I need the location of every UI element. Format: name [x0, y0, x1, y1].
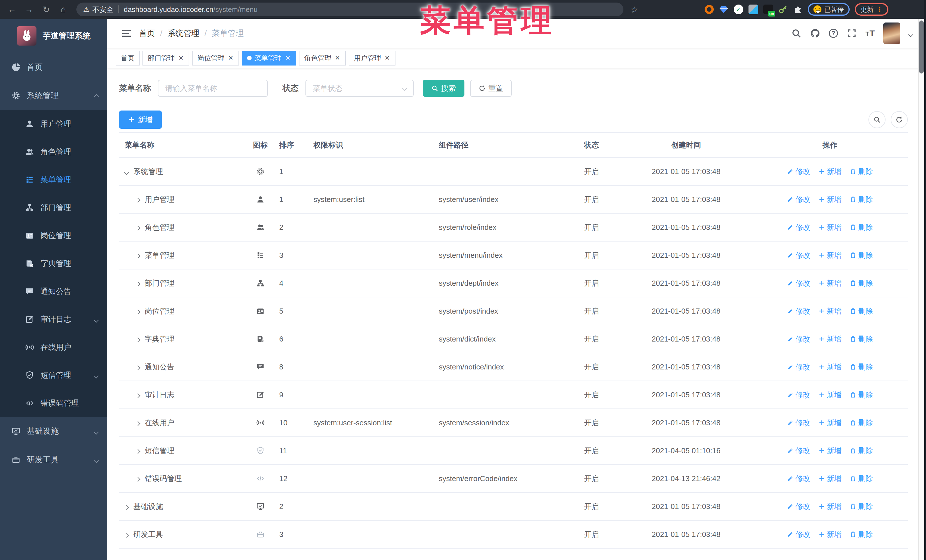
expand-arrow-icon[interactable]: [136, 335, 139, 344]
add-child-link[interactable]: 新增: [818, 362, 842, 372]
browser-forward-icon[interactable]: →: [23, 3, 35, 16]
edit-link[interactable]: 修改: [787, 306, 810, 316]
browser-reload-icon[interactable]: ↻: [40, 3, 53, 16]
expand-arrow-icon[interactable]: [136, 307, 139, 315]
sidebar-item[interactable]: 错误码管理: [0, 389, 107, 417]
sidebar-item[interactable]: 在线用户: [0, 333, 107, 361]
add-child-link[interactable]: 新增: [818, 474, 842, 484]
edit-link[interactable]: 修改: [787, 334, 810, 344]
expand-arrow-icon[interactable]: [136, 391, 139, 399]
delete-link[interactable]: 删除: [850, 418, 873, 428]
tab-close-icon[interactable]: ✕: [284, 54, 291, 62]
tab[interactable]: 部门管理 ✕: [142, 51, 189, 65]
sidebar-item[interactable]: 岗位管理: [0, 222, 107, 249]
add-child-link[interactable]: 新增: [818, 251, 842, 260]
edit-link[interactable]: 修改: [787, 530, 810, 539]
expand-arrow-icon[interactable]: [136, 223, 139, 232]
tab-close-icon[interactable]: ✕: [178, 54, 184, 62]
reset-button[interactable]: 重置: [470, 80, 512, 97]
add-child-link[interactable]: 新增: [818, 167, 842, 177]
add-child-link[interactable]: 新增: [818, 390, 842, 400]
expand-arrow-icon[interactable]: [136, 446, 139, 455]
sidebar-item[interactable]: 字典管理: [0, 249, 107, 278]
delete-link[interactable]: 删除: [850, 530, 873, 539]
expand-arrow-icon[interactable]: [136, 195, 139, 204]
add-child-link[interactable]: 新增: [818, 306, 842, 316]
add-child-link[interactable]: 新增: [818, 334, 842, 344]
edit-link[interactable]: 修改: [787, 390, 810, 400]
add-child-link[interactable]: 新增: [818, 418, 842, 428]
hamburger-icon[interactable]: [121, 28, 132, 39]
delete-link[interactable]: 删除: [850, 446, 873, 456]
expand-arrow-icon[interactable]: [136, 474, 139, 483]
extension-key-icon[interactable]: [778, 5, 788, 14]
edit-link[interactable]: 修改: [787, 222, 810, 232]
browser-back-icon[interactable]: ←: [6, 3, 18, 16]
add-child-link[interactable]: 新增: [818, 195, 842, 205]
scrollbar-thumb[interactable]: [919, 21, 924, 74]
browser-home-icon[interactable]: ⌂: [57, 3, 70, 16]
help-icon[interactable]: ?: [829, 29, 838, 38]
tab-close-icon[interactable]: ✕: [384, 54, 390, 62]
delete-link[interactable]: 删除: [850, 167, 873, 177]
avatar[interactable]: [883, 23, 900, 44]
breadcrumb-home[interactable]: 首页: [139, 28, 155, 39]
edit-link[interactable]: 修改: [787, 167, 810, 177]
delete-link[interactable]: 删除: [850, 195, 873, 205]
extension-gem-icon[interactable]: [719, 5, 729, 14]
sidebar-item[interactable]: 系统管理: [0, 82, 107, 110]
tab[interactable]: 角色管理 ✕: [299, 51, 346, 65]
sidebar-item[interactable]: 研发工具: [0, 445, 107, 474]
expand-arrow-icon[interactable]: [125, 502, 128, 511]
delete-link[interactable]: 删除: [850, 474, 873, 484]
add-child-link[interactable]: 新增: [818, 446, 842, 456]
sidebar-item[interactable]: 基础设施: [0, 417, 107, 445]
breadcrumb-system[interactable]: 系统管理: [168, 28, 200, 39]
menu-name-input[interactable]: [158, 80, 268, 97]
refresh-table-button[interactable]: [891, 111, 908, 128]
tab[interactable]: 用户管理 ✕: [349, 51, 395, 65]
tab[interactable]: 首页: [116, 51, 139, 65]
update-browser-pill[interactable]: 更新 ⋮: [855, 3, 888, 16]
edit-link[interactable]: 修改: [787, 362, 810, 372]
add-child-link[interactable]: 新增: [818, 502, 842, 512]
edit-link[interactable]: 修改: [787, 251, 810, 260]
avatar-caret-icon[interactable]: [909, 28, 912, 39]
expand-arrow-icon[interactable]: [125, 530, 128, 539]
expand-arrow-icon[interactable]: [125, 167, 128, 176]
show-search-toggle-button[interactable]: [869, 111, 885, 128]
expand-arrow-icon[interactable]: [136, 418, 139, 427]
sidebar-item[interactable]: 角色管理: [0, 138, 107, 166]
add-child-link[interactable]: 新增: [818, 530, 842, 539]
fullscreen-icon[interactable]: [846, 28, 857, 38]
delete-link[interactable]: 删除: [850, 334, 873, 344]
delete-link[interactable]: 删除: [850, 502, 873, 512]
github-icon[interactable]: [810, 28, 820, 38]
delete-link[interactable]: 删除: [850, 306, 873, 316]
tab[interactable]: 岗位管理 ✕: [192, 51, 239, 65]
expand-arrow-icon[interactable]: [136, 251, 139, 260]
search-button[interactable]: 搜索: [423, 80, 465, 97]
delete-link[interactable]: 删除: [850, 222, 873, 232]
paused-extension-pill[interactable]: 已暂停: [808, 3, 850, 16]
extension-check-icon[interactable]: ✓: [734, 5, 743, 14]
tab[interactable]: 菜单管理 ✕: [242, 51, 296, 65]
app-logo-row[interactable]: 芋道管理系统: [0, 19, 107, 53]
extension-puzzle-icon[interactable]: [793, 5, 803, 14]
extension-orange-icon[interactable]: [705, 5, 714, 14]
extension-on-badge-icon[interactable]: on: [763, 5, 773, 14]
edit-link[interactable]: 修改: [787, 502, 810, 512]
edit-link[interactable]: 修改: [787, 474, 810, 484]
font-size-icon[interactable]: ᴛT: [865, 29, 875, 38]
delete-link[interactable]: 删除: [850, 390, 873, 400]
delete-link[interactable]: 删除: [850, 278, 873, 288]
search-icon[interactable]: [791, 28, 802, 38]
sidebar-item[interactable]: 通知公告: [0, 278, 107, 305]
bookmark-star-icon[interactable]: ☆: [628, 3, 640, 16]
edit-link[interactable]: 修改: [787, 446, 810, 456]
edit-link[interactable]: 修改: [787, 418, 810, 428]
page-scrollbar[interactable]: [918, 19, 924, 560]
edit-link[interactable]: 修改: [787, 278, 810, 288]
add-child-link[interactable]: 新增: [818, 222, 842, 232]
sidebar-item[interactable]: 部门管理: [0, 194, 107, 222]
